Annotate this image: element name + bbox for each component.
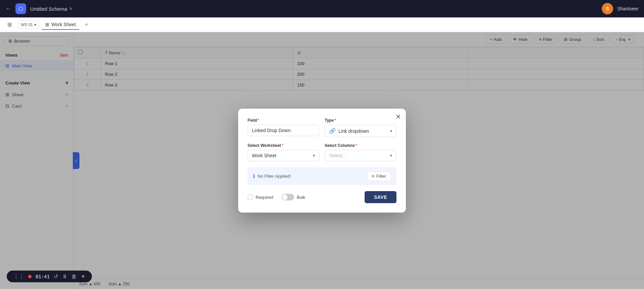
filter-btn-label: Filter [376, 174, 386, 179]
grid-view-icon[interactable]: ⊞ [4, 19, 15, 30]
columns-section: Select Columns* Select... ▾ [325, 143, 396, 161]
main-layout: ⊞ Browser Views Sort ⊞ Main View Create … [0, 32, 644, 289]
bulk-toggle-label[interactable]: Bulk [281, 194, 305, 200]
required-checkbox-label[interactable]: Required [248, 194, 273, 200]
info-icon: ℹ [253, 173, 255, 179]
toggle-knob [282, 194, 287, 200]
tabbar: ⊞ WS 01 ▾ ⊞ Work Sheet + [0, 17, 644, 32]
title-text: Untitled Schema [30, 6, 67, 12]
edit-title-icon[interactable]: ✎ [69, 6, 73, 11]
filter-info: ℹ No Filter Applied! [253, 173, 291, 179]
app-title: Untitled Schema ✎ [30, 6, 73, 12]
ws-dropdown-icon: ▾ [34, 22, 36, 27]
type-dropdown[interactable]: 🔗 Link dropdown ▾ [325, 125, 396, 137]
save-button[interactable]: SAVE [365, 191, 396, 203]
recording-bar: ⋮⋮ 01:41 ↺ ⏸ 🗑 ✦ [7, 271, 92, 282]
effects-button[interactable]: ✦ [81, 273, 85, 280]
worksheet-chevron-icon: ▾ [313, 153, 315, 158]
type-label: Type* [325, 118, 396, 123]
field-input[interactable] [248, 125, 319, 136]
type-chevron-icon: ▾ [390, 129, 392, 133]
modal-row-1: Field* Type* 🔗 Link dropdown ▾ [248, 118, 396, 137]
modal-bottom: Required Bulk SAVE [248, 191, 396, 203]
columns-dropdown[interactable]: Select... ▾ [325, 150, 396, 161]
recording-dots-icon[interactable]: ⋮⋮ [13, 273, 24, 280]
recording-time: 01:41 [36, 274, 50, 279]
worksheet-dropdown-value: Work Sheet [252, 153, 276, 158]
field-section: Field* [248, 118, 319, 137]
filter-btn-icon: ≡ [372, 174, 375, 179]
bulk-label: Bulk [297, 195, 305, 200]
required-label: Required [256, 195, 273, 200]
type-dropdown-value: Link dropdown [338, 128, 369, 134]
field-modal: ✕ Field* Type* 🔗 Link drop [238, 109, 406, 213]
logo-icon: ⬡ [15, 3, 26, 14]
topbar: ← ⬡ Untitled Schema ✎ S Shantveer [0, 0, 644, 17]
ws-tab-label: WS 01 [21, 22, 33, 27]
columns-dropdown-placeholder: Select... [329, 153, 346, 158]
type-section: Type* 🔗 Link dropdown ▾ [325, 118, 396, 137]
ws-tab[interactable]: WS 01 ▾ [18, 21, 39, 29]
avatar: S [602, 3, 613, 14]
field-label: Field* [248, 118, 319, 123]
modal-close-button[interactable]: ✕ [395, 113, 401, 120]
filter-row: ℹ No Filter Applied! ≡ Filter [248, 167, 396, 185]
worksheet-tab-label: Work Sheet [51, 22, 76, 27]
modal-options: Required Bulk [248, 194, 305, 200]
modal-row-2: Select Worksheet* Work Sheet ▾ Select Co… [248, 143, 396, 161]
rewind-button[interactable]: ↺ [54, 273, 58, 280]
worksheet-dropdown[interactable]: Work Sheet ▾ [248, 150, 319, 161]
add-tab-button[interactable]: + [82, 19, 91, 30]
username: Shantveer [617, 6, 639, 11]
columns-chevron-icon: ▾ [390, 153, 392, 158]
worksheet-section: Select Worksheet* Work Sheet ▾ [248, 143, 319, 161]
filter-apply-button[interactable]: ≡ Filter [367, 171, 391, 181]
bulk-toggle[interactable] [281, 194, 294, 200]
pause-button[interactable]: ⏸ [62, 274, 67, 280]
modal-overlay: ✕ Field* Type* 🔗 Link drop [0, 32, 644, 289]
required-checkbox[interactable] [248, 194, 253, 200]
columns-label: Select Columns* [325, 143, 396, 148]
delete-button[interactable]: 🗑 [71, 274, 77, 280]
worksheet-tab[interactable]: ⊞ Work Sheet [42, 20, 79, 30]
recording-indicator [28, 275, 32, 278]
filter-info-text: No Filter Applied! [258, 174, 291, 179]
worksheet-label: Select Worksheet* [248, 143, 319, 148]
type-dropdown-icon: 🔗 [329, 128, 336, 134]
back-button[interactable]: ← [5, 5, 11, 12]
